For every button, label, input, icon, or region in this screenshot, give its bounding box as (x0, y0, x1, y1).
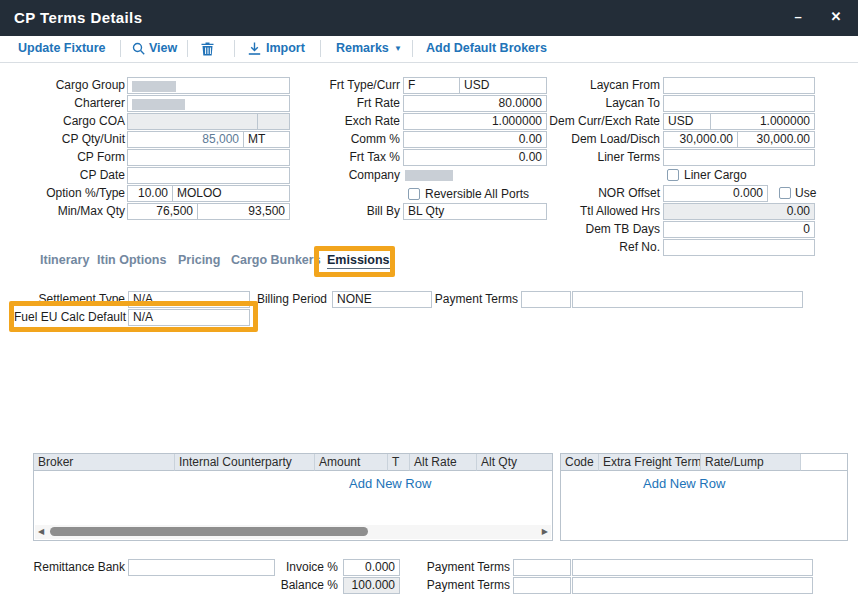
dem-curr-exch-rate-label: Dem Curr/Exch Rate (542, 113, 660, 130)
bill-by-field[interactable]: BL Qty (403, 203, 547, 220)
column-header-extra-freight-term[interactable]: Extra Freight Term (599, 454, 701, 471)
nor-use-label: Use (795, 186, 816, 200)
trash-icon[interactable] (201, 42, 214, 56)
payment-terms-2-desc-field[interactable] (572, 577, 813, 594)
liner-terms-field[interactable] (663, 149, 815, 166)
scroll-right-arrow-icon[interactable]: ▶ (542, 527, 548, 537)
tab-pricing[interactable]: Pricing (178, 253, 220, 267)
payment-terms-2-code-field[interactable] (513, 577, 571, 594)
frt-tax-label: Frt Tax % (292, 149, 400, 166)
remittance-bank-label: Remittance Bank (5, 559, 125, 576)
dem-exch-rate-field[interactable]: 1.000000 (710, 113, 815, 130)
cp-form-field[interactable] (127, 149, 290, 166)
liner-terms-label: Liner Terms (542, 149, 660, 166)
charterer-field[interactable] (127, 95, 290, 112)
frt-type-curr-label: Frt Type/Curr (292, 77, 400, 94)
cp-unit-field[interactable]: MT (243, 131, 290, 148)
settlement-type-label: Settlement Type (5, 291, 125, 308)
min-max-qty-label: Min/Max Qty (5, 203, 125, 220)
scroll-left-arrow-icon[interactable]: ◀ (38, 527, 44, 537)
nor-offset-field[interactable]: 0.000 (663, 185, 768, 202)
liner-cargo-checkbox[interactable] (667, 169, 679, 181)
column-header-t[interactable]: T (388, 454, 410, 471)
extra-freight-add-new-row-link[interactable]: Add New Row (643, 476, 725, 491)
toolbar-separator (120, 40, 121, 57)
broker-add-new-row-link[interactable]: Add New Row (349, 476, 431, 491)
add-default-brokers-button[interactable]: Add Default Brokers (426, 41, 547, 55)
tab-cargo-bunkers[interactable]: Cargo Bunkers (231, 253, 321, 267)
cp-date-field[interactable] (127, 167, 290, 184)
column-header-code[interactable]: Code (561, 454, 599, 471)
company-redacted-value[interactable] (405, 170, 453, 181)
minimize-button[interactable]: – (789, 8, 807, 26)
exch-rate-field[interactable]: 1.000000 (403, 113, 547, 130)
ttl-allowed-hrs-label: Ttl Allowed Hrs (542, 203, 660, 220)
fuel-eu-calc-default-field[interactable]: N/A (128, 309, 250, 326)
ttl-allowed-hrs-field: 0.00 (663, 203, 815, 220)
cp-date-label: CP Date (5, 167, 125, 184)
cp-qty-field[interactable]: 85,000 (127, 131, 244, 148)
horizontal-scrollbar[interactable]: ◀ ▶ (35, 525, 551, 539)
redacted-value (132, 99, 185, 110)
payment-terms-desc-field[interactable] (572, 291, 803, 308)
dem-disch-field[interactable]: 30,000.00 (737, 131, 815, 148)
billing-period-field[interactable]: NONE (332, 291, 432, 308)
option-type-field[interactable]: MOLOO (172, 185, 290, 202)
payment-terms-1-code-field[interactable] (513, 559, 571, 576)
toolbar-separator (412, 40, 413, 57)
frt-type-field[interactable]: F (403, 77, 460, 94)
cargo-coa-field-2 (257, 113, 290, 130)
dem-load-field[interactable]: 30,000.00 (663, 131, 738, 148)
column-header-alt-qty[interactable]: Alt Qty (477, 454, 552, 471)
frt-tax-field[interactable]: 0.00 (403, 149, 547, 166)
import-button[interactable]: Import (266, 41, 305, 55)
comm-pct-field[interactable]: 0.00 (403, 131, 547, 148)
close-button[interactable]: ✕ (827, 8, 845, 26)
payment-terms-1-desc-field[interactable] (572, 559, 813, 576)
cargo-group-field[interactable] (127, 77, 290, 94)
view-button[interactable]: View (149, 41, 177, 55)
reversible-all-ports-checkbox[interactable] (408, 188, 420, 200)
invoice-pct-field[interactable]: 0.000 (343, 559, 400, 576)
column-header-rate-lump[interactable]: Rate/Lump (701, 454, 801, 471)
extra-freight-table-header: Code Extra Freight Term Rate/Lump (561, 454, 847, 471)
cp-terms-details-window: { "window": { "title": "CP Terms Details… (0, 0, 858, 607)
payment-terms-code-field[interactable] (521, 291, 571, 308)
column-header-amount[interactable]: Amount (315, 454, 388, 471)
frt-curr-field[interactable]: USD (459, 77, 547, 94)
extra-freight-table: Code Extra Freight Term Rate/Lump Add Ne… (560, 453, 848, 541)
import-icon (248, 42, 261, 55)
nor-use-checkbox[interactable] (779, 187, 791, 199)
laycan-from-field[interactable] (663, 77, 815, 94)
update-fixture-button[interactable]: Update Fixture (18, 41, 106, 55)
dem-tb-days-field[interactable]: 0 (663, 221, 815, 238)
scrollbar-thumb[interactable] (50, 527, 368, 536)
payment-terms-2-label: Payment Terms (422, 577, 510, 594)
remarks-button[interactable]: Remarks (336, 41, 389, 55)
laycan-from-label: Laycan From (542, 77, 660, 94)
option-pct-field[interactable]: 10.00 (127, 185, 173, 202)
dem-curr-field[interactable]: USD (663, 113, 711, 130)
redacted-value (132, 81, 176, 92)
max-qty-field[interactable]: 93,500 (197, 203, 290, 220)
payment-terms-1-label: Payment Terms (422, 559, 510, 576)
balance-pct-label: Balance % (238, 577, 338, 594)
company-label: Company (292, 167, 400, 184)
tab-emissions[interactable]: Emissions (327, 253, 390, 269)
column-header-internal-counterparty[interactable]: Internal Counterparty (175, 454, 315, 471)
fuel-eu-calc-default-label: Fuel EU Calc Default (14, 309, 125, 326)
column-header-alt-rate[interactable]: Alt Rate (410, 454, 477, 471)
ref-no-field[interactable] (663, 239, 815, 256)
tab-itin-options[interactable]: Itin Options (97, 253, 166, 267)
reversible-all-ports-label: Reversible All Ports (425, 187, 529, 201)
column-header-broker[interactable]: Broker (34, 454, 175, 471)
frt-rate-field[interactable]: 80.0000 (403, 95, 547, 112)
search-icon (132, 42, 145, 55)
tab-itinerary[interactable]: Itinerary (40, 253, 89, 267)
min-qty-field[interactable]: 76,500 (127, 203, 198, 220)
dem-load-disch-label: Dem Load/Disch (542, 131, 660, 148)
comm-pct-label: Comm % (292, 131, 400, 148)
toolbar: Update Fixture View Import Remarks ▼ Add… (0, 36, 858, 63)
laycan-to-field[interactable] (663, 95, 815, 112)
chevron-down-icon: ▼ (394, 44, 402, 53)
